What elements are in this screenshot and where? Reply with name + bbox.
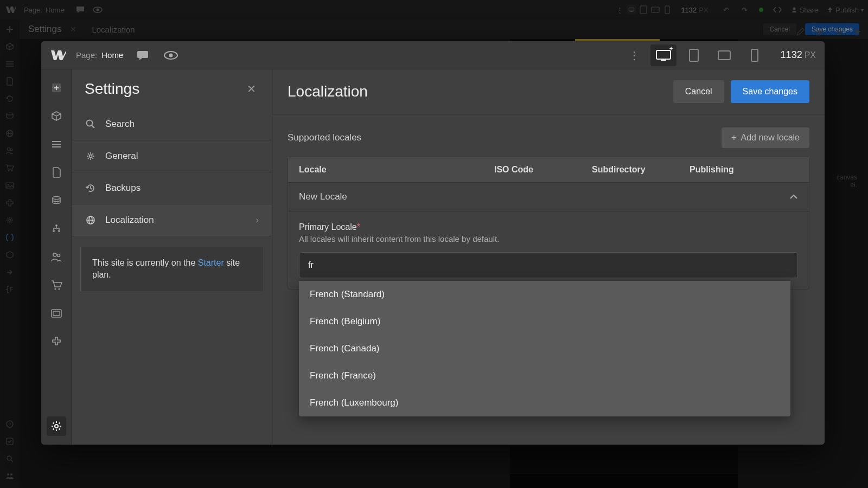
close-icon[interactable]: ✕ (244, 81, 259, 97)
sidebar-item-search[interactable]: Search (72, 108, 272, 140)
sidebar-label-general: General (105, 151, 138, 162)
settings-sidebar: Settings ✕ Search General Backups Locali… (72, 69, 272, 445)
dropdown-option[interactable]: French (Luxembourg) (299, 389, 790, 416)
tree-icon[interactable] (47, 219, 66, 239)
svg-point-39 (53, 253, 56, 256)
svg-rect-32 (718, 51, 730, 60)
sidebar-item-general[interactable]: General (72, 140, 272, 172)
primary-locale-label: Primary Locale (299, 222, 357, 232)
preview-icon[interactable] (162, 47, 180, 64)
sidebar-title: Settings (85, 80, 139, 98)
more-icon[interactable]: ⋮ (627, 48, 642, 63)
sidebar-label-search: Search (105, 119, 135, 130)
page-icon[interactable] (47, 163, 66, 182)
modal-topbar: Page: Home ⋮ ✦ 1132 PX (41, 41, 825, 69)
required-indicator: * (357, 222, 360, 232)
box-icon[interactable] (47, 106, 66, 126)
svg-point-45 (55, 425, 58, 428)
dropdown-option[interactable]: French (Canada) (299, 335, 790, 362)
canvas-width-value[interactable]: 1132 (781, 49, 802, 61)
locale-form: Primary Locale* All locales will inherit… (288, 211, 809, 289)
save-changes-button[interactable]: Save changes (731, 80, 809, 103)
chevron-right-icon: › (256, 215, 259, 226)
assets-icon[interactable] (47, 304, 66, 323)
webflow-logo-icon[interactable] (50, 47, 67, 64)
svg-point-36 (55, 224, 58, 227)
dropdown-option[interactable]: French (Belgium) (299, 308, 790, 335)
add-locale-button[interactable]: + Add new locale (722, 127, 809, 148)
chevron-up-icon (789, 194, 798, 200)
dropdown-option[interactable]: French (France) (299, 362, 790, 389)
plan-callout: This site is currently on the Starter si… (80, 247, 263, 291)
cancel-button[interactable]: Cancel (673, 80, 724, 103)
supported-locales-label: Supported locales (288, 132, 361, 143)
settings-modal: Page: Home ⋮ ✦ 1132 PX (41, 41, 825, 445)
svg-point-35 (53, 197, 60, 200)
search-icon (85, 118, 97, 130)
svg-point-38 (58, 230, 60, 232)
content-area: Localization Cancel Save changes Support… (272, 69, 825, 445)
col-locale: Locale (299, 165, 494, 175)
sidebar-item-backups[interactable]: Backups (72, 172, 272, 204)
sidebar-label-localization: Localization (105, 215, 154, 226)
sidebar-label-backups: Backups (105, 183, 141, 194)
table-header: Locale ISO Code Subdirectory Publishing (288, 157, 809, 182)
settings-gear-icon[interactable] (47, 416, 66, 436)
svg-rect-29 (656, 50, 671, 59)
svg-rect-33 (751, 49, 758, 61)
apps-icon[interactable] (47, 332, 66, 351)
dropdown-option[interactable]: French (Standard) (299, 281, 790, 308)
svg-rect-31 (690, 49, 698, 61)
globe-icon (85, 214, 97, 226)
add-panel-icon[interactable] (47, 78, 66, 98)
device-tablet-landscape-icon[interactable] (711, 44, 737, 66)
device-tablet-icon[interactable] (681, 44, 707, 66)
locale-table: Locale ISO Code Subdirectory Publishing … (288, 157, 809, 290)
svg-point-37 (53, 230, 55, 232)
lines-icon[interactable] (47, 134, 66, 154)
star-badge-icon: ✦ (669, 46, 673, 52)
sidebar-item-localization[interactable]: Localization › (72, 204, 272, 236)
cms-icon[interactable] (47, 191, 66, 210)
callout-prefix: This site is currently on the (92, 258, 198, 267)
device-desktop-icon[interactable]: ✦ (650, 44, 676, 66)
new-locale-row[interactable]: New Locale (288, 182, 809, 211)
history-icon (85, 182, 97, 194)
canvas-width-unit: PX (805, 50, 816, 60)
svg-point-41 (54, 288, 56, 290)
users-icon[interactable] (47, 247, 66, 267)
svg-point-47 (90, 155, 92, 158)
locale-dropdown[interactable]: French (Standard) French (Belgium) Frenc… (299, 281, 790, 416)
modal-icon-column (41, 69, 72, 445)
locale-search-input[interactable] (299, 252, 798, 278)
svg-point-42 (58, 288, 60, 290)
svg-point-40 (57, 254, 60, 257)
plus-icon: + (731, 133, 736, 143)
svg-point-46 (87, 120, 93, 126)
comment-icon[interactable] (134, 47, 151, 64)
svg-rect-30 (661, 60, 666, 61)
primary-locale-help: All locales will inherit content from th… (299, 234, 798, 243)
content-title: Localization (288, 83, 368, 100)
svg-point-28 (169, 53, 173, 57)
add-locale-label: Add new locale (741, 133, 800, 143)
col-iso: ISO Code (494, 165, 592, 175)
modal-page-label: Page: (76, 50, 97, 60)
modal-page-name[interactable]: Home (101, 50, 123, 60)
col-subdir: Subdirectory (592, 165, 690, 175)
gear-icon (85, 150, 97, 162)
svg-rect-44 (53, 311, 60, 316)
plan-link[interactable]: Starter (198, 258, 224, 267)
device-mobile-icon[interactable] (742, 44, 768, 66)
new-locale-label: New Locale (299, 191, 347, 202)
col-publishing: Publishing (690, 165, 798, 175)
ecommerce-icon[interactable] (47, 275, 66, 295)
